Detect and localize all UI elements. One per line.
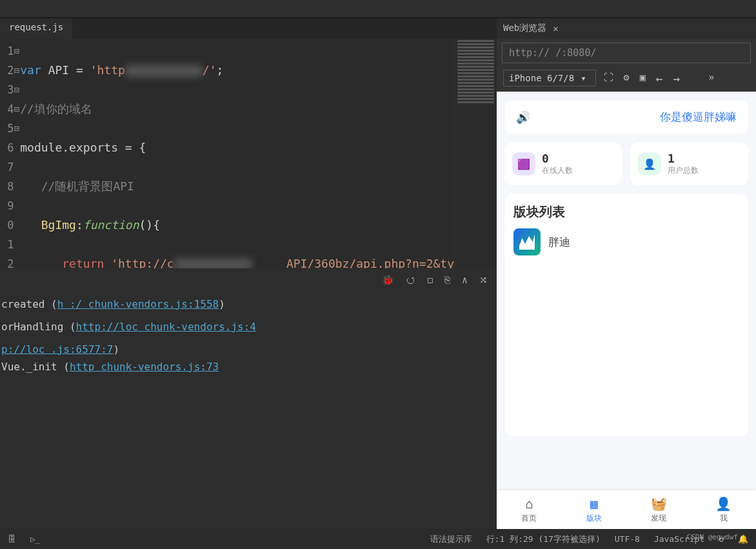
redacted xyxy=(174,259,252,268)
encoding[interactable]: UTF-8 xyxy=(615,534,640,544)
fold-gutter[interactable]: ⊟⊟⊟⊟⊟ xyxy=(14,39,20,268)
speaker-icon: 🔊 xyxy=(516,110,530,124)
browser-tab[interactable]: Web浏览器 xyxy=(503,23,546,34)
user-icon: 👤 xyxy=(638,152,661,175)
list-item[interactable]: 胖迪 xyxy=(513,228,739,255)
gear-icon[interactable]: ⚙ xyxy=(624,72,630,85)
responsive-icon[interactable]: ⛶ xyxy=(604,72,613,85)
tab-home[interactable]: ⌂ 首页 xyxy=(497,490,562,529)
reload-icon[interactable]: ⭯ xyxy=(406,274,415,286)
stop-icon[interactable]: ◻ xyxy=(427,274,433,286)
chevron-down-icon: ▾ xyxy=(581,73,586,83)
export-icon[interactable]: ⎘ xyxy=(444,274,450,286)
web-browser-pane: Web浏览器 ✕ http:// /:8080/ iPhone 6/7/8 ▾ … xyxy=(497,18,756,529)
editor-tab[interactable]: request.js xyxy=(0,18,72,39)
map-icon[interactable]: 🗄 xyxy=(8,534,16,544)
code-content[interactable]: var API = 'http/'; //填你的域名 module.export… xyxy=(20,39,454,268)
stat-online[interactable]: 🟪 0 在线人数 xyxy=(504,143,622,185)
grid-icon: ▦ xyxy=(590,496,598,512)
home-icon: ⌂ xyxy=(525,496,533,512)
line-gutter: 12345678901234567 xyxy=(0,39,14,268)
cursor-position[interactable]: 行:1 列:29 (17字符被选择) xyxy=(486,534,601,545)
back-icon[interactable]: ← xyxy=(656,72,663,85)
console-toolbar: 🐞 ⭯ ◻ ⎘ ∧ ⤭ xyxy=(0,268,497,292)
tab-forum[interactable]: ▦ 版块 xyxy=(562,490,627,529)
stats-row: 🟪 0 在线人数 👤 1 用户总数 xyxy=(504,143,748,185)
status-bar: 🗄 ▷_ 语法提示库 行:1 列:29 (17字符被选择) UTF-8 Java… xyxy=(0,529,756,549)
tab-discover[interactable]: 🧺 发现 xyxy=(626,490,691,529)
bars-icon xyxy=(513,228,541,255)
panel-list: 版块列表 胖迪 xyxy=(504,194,748,436)
panel-title: 版块列表 xyxy=(513,203,739,221)
minimap[interactable] xyxy=(454,39,497,268)
code-editor[interactable]: 12345678901234567 ⊟⊟⊟⊟⊟ var API = 'http/… xyxy=(0,39,497,268)
bottom-tabbar: ⌂ 首页 ▦ 版块 🧺 发现 👤 我 xyxy=(497,490,756,529)
redacted xyxy=(125,65,203,77)
terminal-icon[interactable]: ▷_ xyxy=(30,534,41,544)
device-viewport[interactable]: 🔊 你是傻逼胖娣嘛 🟪 0 在线人数 👤 1 用户总数 xyxy=(497,92,756,529)
box-icon: 🧺 xyxy=(651,496,667,512)
bug-icon[interactable]: 🐞 xyxy=(382,274,394,286)
device-select[interactable]: iPhone 6/7/8 ▾ xyxy=(503,70,596,86)
sync-icon[interactable]: ↻ xyxy=(719,534,724,544)
screenshot-icon[interactable]: ▣ xyxy=(640,72,646,85)
shuffle-icon[interactable]: ⤭ xyxy=(479,274,488,286)
main-split: request.js 12345678901234567 ⊟⊟⊟⊟⊟ var A… xyxy=(0,18,756,529)
tab-me[interactable]: 👤 我 xyxy=(691,490,757,529)
announcement-card[interactable]: 🔊 你是傻逼胖娣嘛 xyxy=(504,101,748,134)
browser-controls: iPhone 6/7/8 ▾ ⛶ ⚙ ▣ ← → » xyxy=(497,67,756,92)
language-mode[interactable]: JavaScript xyxy=(654,534,704,544)
caret-up-icon[interactable]: ∧ xyxy=(462,274,468,286)
forward-icon[interactable]: → xyxy=(673,72,681,85)
url-input[interactable]: http:// /:8080/ xyxy=(502,43,751,63)
top-menu-bar[interactable] xyxy=(0,0,756,18)
bell-icon[interactable]: 🔔 xyxy=(738,534,748,544)
editor-pane: request.js 12345678901234567 ⊟⊟⊟⊟⊟ var A… xyxy=(0,18,497,529)
editor-tab-bar: request.js xyxy=(0,18,497,39)
close-icon[interactable]: ✕ xyxy=(553,23,558,34)
person-icon: 👤 xyxy=(715,496,731,512)
app-icon: 🟪 xyxy=(512,152,535,175)
more-icon[interactable]: » xyxy=(708,72,714,85)
browser-tab-bar: Web浏览器 ✕ xyxy=(497,18,756,39)
stat-users[interactable]: 👤 1 用户总数 xyxy=(630,143,748,185)
console-panel[interactable]: created (h :/ chunk-vendors.js:1558) orH… xyxy=(0,292,497,529)
syntax-lib[interactable]: 语法提示库 xyxy=(430,534,472,545)
announcement-text: 你是傻逼胖娣嘛 xyxy=(530,110,737,125)
